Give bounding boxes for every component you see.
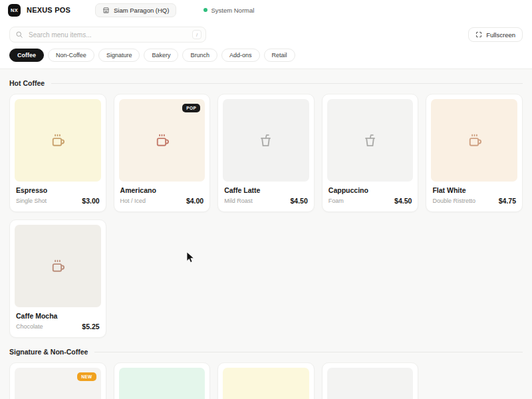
search-shortcut-key: / (192, 30, 201, 39)
tab-brunch[interactable]: Brunch (182, 49, 217, 62)
menu-item-image (431, 99, 517, 182)
menu-item-price: $3.00 (82, 197, 99, 205)
menu-item-card-flat-white[interactable]: Flat White Double Ristretto $4.75 (426, 94, 523, 212)
fullscreen-icon (475, 31, 482, 38)
fullscreen-label: Fullscreen (486, 31, 515, 39)
menu-item-price: $4.00 (186, 197, 203, 205)
menu-item-name: Espresso (16, 186, 100, 194)
section-header-hot-coffee: Hot Coffee (9, 69, 523, 94)
hot-coffee-grid: Espresso Single Shot $3.00 POP Americano… (9, 94, 523, 338)
menu-item-name: Cappuccino (329, 186, 412, 194)
menu-item-subtitle: Hot / Iced (120, 198, 146, 204)
app-logo: NX (8, 4, 21, 17)
menu-item-image (327, 368, 414, 399)
menu-item-subtitle: Foam (329, 198, 344, 204)
toolbar: / Fullscreen (0, 20, 532, 43)
tab-add-ons[interactable]: Add-ons (221, 49, 260, 62)
menu-item-image (223, 368, 309, 399)
menu-item-price: $5.25 (82, 323, 99, 331)
search-icon (15, 31, 23, 39)
coffee-mug-icon (153, 132, 171, 150)
system-status: System Normal (203, 7, 254, 14)
search-input[interactable] (9, 27, 206, 43)
store-selector-label: Siam Paragon (HQ) (114, 7, 169, 14)
top-bar: NX NEXUS POS Siam Paragon (HQ) System No… (0, 0, 532, 20)
tab-non-coffee[interactable]: Non-Coffee (48, 49, 94, 62)
menu-item-card[interactable] (217, 362, 315, 399)
menu-item-name: Flat White (432, 186, 516, 194)
menu-item-price: $4.75 (499, 197, 516, 205)
menu-item-price: $4.50 (394, 197, 412, 205)
menu-content: Hot Coffee Espresso Single Shot $3.00 PO… (0, 68, 532, 399)
signature-grid: NEW (9, 362, 523, 399)
menu-item-subtitle: Single Shot (16, 198, 47, 204)
menu-item-card-espresso[interactable]: Espresso Single Shot $3.00 (9, 94, 106, 212)
store-selector-button[interactable]: Siam Paragon (HQ) (95, 3, 176, 17)
tab-coffee[interactable]: Coffee (9, 49, 44, 62)
menu-item-subtitle: Double Ristretto (432, 198, 475, 204)
tab-retail[interactable]: Retail (264, 49, 295, 62)
fullscreen-button[interactable]: Fullscreen (468, 27, 523, 42)
section-title: Signature & Non-Coffee (9, 348, 88, 356)
drink-cup-icon (257, 132, 275, 150)
menu-item-name: Caffe Latte (224, 186, 308, 194)
section-divider (94, 352, 523, 352)
menu-item-name: Caffe Mocha (16, 312, 100, 320)
menu-item-image (223, 99, 309, 182)
pop-badge: POP (182, 104, 200, 112)
app-title: NEXUS POS (27, 6, 70, 14)
store-icon (102, 7, 110, 14)
menu-item-subtitle: Mild Roast (224, 198, 253, 204)
menu-item-card-caffe-mocha[interactable]: Caffe Mocha Chocolate $5.25 (9, 219, 106, 338)
section-title: Hot Coffee (9, 79, 45, 87)
menu-item-subtitle: Chocolate (16, 323, 43, 330)
menu-item-card-americano[interactable]: POP Americano Hot / Iced $4.00 (114, 94, 211, 212)
coffee-mug-icon (49, 257, 66, 275)
menu-item-image (15, 99, 101, 182)
status-label: System Normal (211, 7, 254, 14)
menu-item-image: POP (119, 99, 205, 182)
coffee-mug-icon (466, 132, 483, 150)
menu-item-image (327, 99, 414, 182)
section-header-signature: Signature & Non-Coffee (9, 338, 523, 362)
menu-item-card[interactable]: NEW (9, 362, 106, 399)
menu-item-image (15, 225, 101, 307)
search-container: / (9, 27, 206, 43)
menu-item-card[interactable] (114, 362, 211, 399)
menu-item-image (119, 368, 205, 399)
coffee-mug-icon (49, 132, 66, 150)
category-tabs: Coffee Non-Coffee Signature Bakery Brunc… (0, 43, 532, 68)
tab-bakery[interactable]: Bakery (144, 49, 178, 62)
menu-item-name: Americano (120, 186, 204, 194)
menu-item-image: NEW (15, 368, 101, 399)
menu-item-card-caffe-latte[interactable]: Caffe Latte Mild Roast $4.50 (217, 94, 315, 212)
new-badge: NEW (77, 372, 96, 381)
status-dot-icon (203, 8, 207, 12)
section-divider (51, 83, 523, 84)
menu-item-card-cappuccino[interactable]: Cappuccino Foam $4.50 (322, 94, 419, 212)
tab-signature[interactable]: Signature (98, 49, 140, 62)
menu-item-card[interactable] (322, 362, 419, 399)
menu-item-price: $4.50 (291, 197, 308, 205)
drink-cup-icon (361, 132, 379, 150)
